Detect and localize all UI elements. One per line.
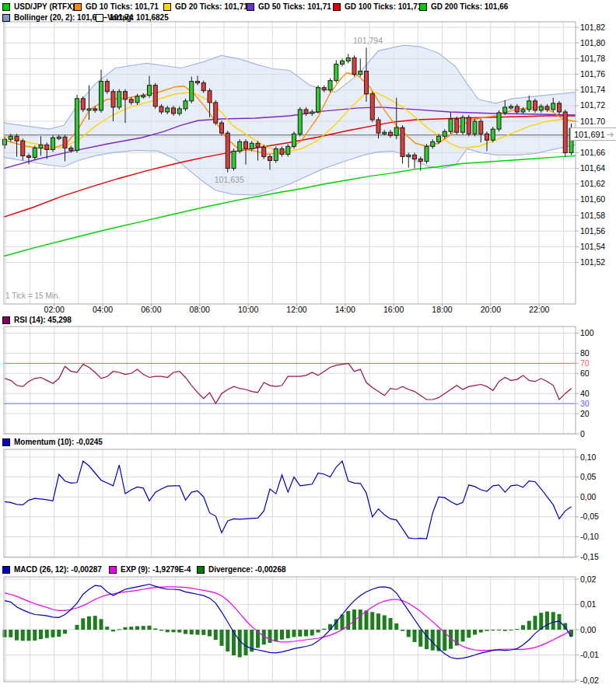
- histogram-bar: [497, 630, 501, 630]
- svg-text:0,10: 0,10: [580, 452, 597, 462]
- svg-text:-0,05: -0,05: [580, 512, 599, 521]
- histogram-bar: [317, 630, 320, 633]
- candle: [401, 127, 404, 156]
- histogram-bar: [39, 630, 43, 639]
- candle: [232, 151, 236, 168]
- histogram-bar: [15, 630, 19, 641]
- tick-interval-note: 1 Tick = 15 Min.: [5, 292, 60, 300]
- histogram-bar: [190, 630, 194, 634]
- histogram-bar: [33, 630, 37, 641]
- candle: [558, 103, 562, 112]
- svg-text:80: 80: [580, 348, 590, 358]
- series-swatch: [2, 14, 10, 22]
- svg-text:101,80: 101,80: [580, 38, 605, 47]
- histogram-bar: [184, 630, 187, 634]
- svg-text:101,56: 101,56: [580, 226, 605, 236]
- candle: [159, 107, 163, 112]
- histogram-bar: [63, 630, 67, 634]
- candle: [244, 141, 248, 148]
- histogram-bar: [45, 630, 49, 638]
- candle: [515, 107, 519, 112]
- candle: [57, 137, 61, 138]
- histogram-bar: [220, 630, 224, 646]
- candle: [389, 132, 393, 135]
- candle: [111, 92, 115, 107]
- candle: [105, 82, 109, 92]
- candle: [394, 127, 398, 135]
- histogram-bar: [407, 630, 411, 637]
- histogram-bar: [93, 616, 97, 630]
- svg-text:-0,10: -0,10: [580, 532, 599, 541]
- candle: [3, 139, 7, 145]
- svg-text:101,82: 101,82: [580, 23, 605, 32]
- histogram-bar: [268, 630, 272, 643]
- candle: [184, 101, 187, 109]
- histogram-bar: [142, 626, 145, 630]
- svg-text:101,62: 101,62: [580, 179, 605, 188]
- candle: [286, 146, 290, 154]
- histogram-bar: [401, 630, 404, 631]
- candle: [431, 141, 435, 146]
- candle: [304, 110, 308, 114]
- histogram-bar: [238, 630, 242, 657]
- svg-text:0: 0: [580, 429, 585, 438]
- histogram-bar: [208, 630, 212, 636]
- price-panel[interactable]: 101,794101,635: [3, 22, 576, 304]
- candle: [370, 94, 374, 120]
- macd-panel[interactable]: [3, 577, 576, 682]
- candle: [100, 82, 103, 110]
- histogram-bar: [148, 626, 152, 630]
- candle: [317, 88, 320, 112]
- candle: [172, 108, 176, 114]
- candle: [407, 155, 411, 156]
- svg-text:04:00: 04:00: [93, 305, 113, 314]
- histogram-bar: [437, 630, 441, 651]
- histogram-bar: [244, 630, 248, 655]
- histogram-bar: [135, 626, 139, 630]
- candle: [310, 112, 314, 114]
- candle: [250, 143, 254, 148]
- histogram-bar: [467, 630, 471, 637]
- candle: [148, 86, 152, 96]
- histogram-bar: [491, 630, 495, 630]
- histogram-bar: [177, 630, 181, 633]
- histogram-bar: [226, 630, 229, 651]
- candle: [87, 109, 91, 110]
- candle: [21, 141, 25, 155]
- histogram-bar: [413, 630, 417, 642]
- legend-item-gd100: GD 100 Ticks: 101,71: [333, 2, 422, 11]
- candle: [51, 138, 55, 149]
- candle: [208, 91, 212, 103]
- candle: [33, 148, 37, 157]
- series-swatch: [2, 316, 10, 324]
- legend-item-gd50: GD 50 Ticks: 101,71: [247, 2, 331, 11]
- histogram-bar: [509, 630, 513, 630]
- histogram-bar: [359, 609, 362, 630]
- momentum-panel[interactable]: [4, 449, 576, 557]
- candle: [292, 134, 296, 146]
- candle: [365, 72, 369, 94]
- candle: [69, 148, 73, 150]
- candle: [129, 100, 133, 103]
- rsi-panel[interactable]: [4, 327, 576, 434]
- histogram-bar: [196, 630, 200, 635]
- svg-text:02:00: 02:00: [44, 305, 65, 314]
- charts-canvas[interactable]: 101,794101,635101,82101,80101,78101,7610…: [0, 0, 616, 688]
- candle: [238, 141, 242, 151]
- histogram-bar: [117, 629, 121, 630]
- candle: [413, 155, 417, 159]
- candle: [201, 83, 205, 91]
- candle: [455, 119, 459, 132]
- candle: [124, 92, 128, 100]
- candle: [437, 136, 441, 141]
- histogram-bar: [159, 630, 163, 630]
- candle: [461, 117, 465, 132]
- histogram-bar: [521, 625, 525, 630]
- histogram-bar: [87, 616, 91, 630]
- candle: [117, 92, 121, 107]
- svg-text:101,64: 101,64: [580, 163, 605, 173]
- series-swatch: [74, 3, 82, 11]
- svg-text:12:00: 12:00: [286, 305, 306, 314]
- svg-text:10:00: 10:00: [238, 305, 258, 314]
- candle: [142, 96, 145, 97]
